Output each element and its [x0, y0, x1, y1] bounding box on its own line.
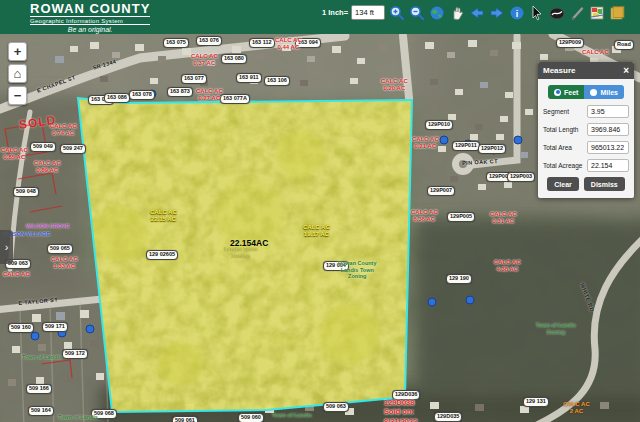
measure-field-row: Total Area: [543, 141, 629, 154]
map-toolbar: 1 Inch= i: [322, 4, 625, 21]
measure-panel-body: FeetMiles SegmentTotal LengthTotal AreaT…: [538, 79, 634, 198]
sidebar-expand-tab[interactable]: ›: [0, 230, 13, 264]
measure-field-label: Segment: [543, 108, 569, 115]
radio-icon: [590, 89, 597, 96]
gis-application: ROWAN COUNTY Geographic Information Syst…: [0, 0, 640, 422]
next-extent-icon[interactable]: [488, 4, 505, 21]
selected-parcel[interactable]: [60, 84, 430, 422]
zoom-out-icon[interactable]: [408, 4, 425, 21]
measure-field-value[interactable]: [587, 141, 629, 154]
previous-extent-icon[interactable]: [468, 4, 485, 21]
measure-icon[interactable]: [548, 4, 565, 21]
measure-field-label: Total Acreage: [543, 162, 582, 169]
home-extent-button[interactable]: ⌂: [8, 64, 27, 83]
unit-toggle: FeetMiles: [543, 85, 629, 99]
clear-button[interactable]: Clear: [547, 177, 579, 191]
county-logo: ROWAN COUNTY Geographic Information Syst…: [30, 2, 150, 33]
measure-field-value[interactable]: [587, 105, 629, 118]
logo-subtitle: Geographic Information System: [30, 16, 150, 25]
svg-text:i: i: [515, 8, 518, 18]
measure-field-row: Segment: [543, 105, 629, 118]
measure-field-label: Total Area: [543, 144, 572, 151]
select-pointer-icon[interactable]: [528, 4, 545, 21]
unit-miles-button[interactable]: Miles: [584, 85, 624, 99]
identify-info-icon[interactable]: i: [508, 4, 525, 21]
unit-label: Feet: [564, 89, 578, 96]
logo-tagline: Be an original.: [30, 26, 150, 33]
measure-field-row: Total Acreage: [543, 159, 629, 172]
zoom-in-button[interactable]: +: [8, 42, 27, 61]
header-bar: ROWAN COUNTY Geographic Information Syst…: [0, 0, 640, 34]
measure-field-label: Total Length: [543, 126, 578, 133]
layers-icon[interactable]: [608, 4, 625, 21]
measure-buttons: ClearDismiss: [543, 177, 629, 191]
measure-panel-title: Measure: [543, 66, 575, 75]
dismiss-button[interactable]: Dismiss: [584, 177, 625, 191]
zoom-controls: + ⌂ −: [8, 42, 27, 108]
map-print-icon[interactable]: [588, 4, 605, 21]
unit-label: Miles: [600, 89, 618, 96]
measure-field-value[interactable]: [587, 159, 629, 172]
measure-panel-header[interactable]: Measure ×: [538, 62, 634, 79]
close-icon[interactable]: ×: [623, 66, 629, 76]
draw-icon[interactable]: [568, 4, 585, 21]
measure-field-value[interactable]: [587, 123, 629, 136]
zoom-in-icon[interactable]: [388, 4, 405, 21]
measure-field-row: Total Length: [543, 123, 629, 136]
measure-panel: Measure × FeetMiles SegmentTotal LengthT…: [538, 62, 634, 198]
unit-feet-button[interactable]: Feet: [548, 85, 584, 99]
zoom-out-button[interactable]: −: [8, 86, 27, 105]
scale-label: 1 Inch=: [322, 8, 348, 17]
logo-title: ROWAN COUNTY: [30, 2, 150, 15]
radio-icon: [554, 89, 561, 96]
measure-fields: SegmentTotal LengthTotal AreaTotal Acrea…: [543, 105, 629, 172]
pan-hand-icon[interactable]: [448, 4, 465, 21]
scale-input[interactable]: [351, 5, 385, 20]
full-extent-globe-icon[interactable]: [428, 4, 445, 21]
